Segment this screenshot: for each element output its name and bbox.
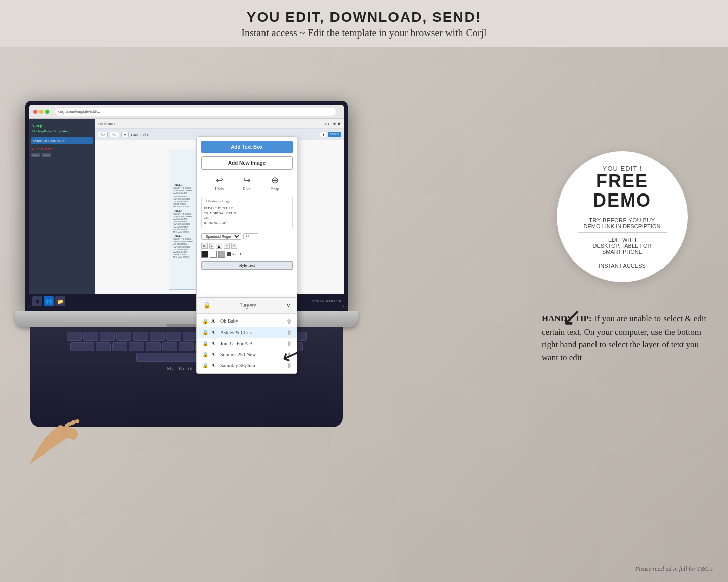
text-style-row: B I U ≡ ≡ <box>197 242 297 250</box>
layer-name-join-us: Join Us For A B <box>220 341 284 346</box>
laptop-base <box>15 311 358 327</box>
toolbar-nav-prev[interactable]: ◀ <box>333 122 335 126</box>
banner-subline: Instant access ~ Edit the template in yo… <box>10 27 718 39</box>
toolbar-nav-next[interactable]: ▶ <box>338 122 341 126</box>
taskbar-date: 6/18/2019 <box>326 299 341 303</box>
align-left-btn[interactable]: ≡ <box>224 243 230 249</box>
layers-header: 🔒 Layers ∨ <box>197 298 297 314</box>
layer-item-join-us[interactable]: 🔒 A Join Us For A B 🗑 <box>197 338 297 349</box>
demo-try-text: TRY BEFORE YOU BUY <box>589 217 655 223</box>
layer-item-oh-baby[interactable]: 🔒 A Oh Baby 🗑 <box>197 316 297 327</box>
color-swatch-gray[interactable] <box>218 251 225 258</box>
corjl-sidebar: Corjl NockapParty Templates Order ID: 15… <box>29 119 95 308</box>
demo-edit-with-text: EDIT WITH <box>608 237 636 243</box>
undo-icon-item[interactable]: ↩ Undo <box>215 175 224 191</box>
demo-smart-text: SMART PHONE <box>602 249 642 255</box>
key <box>150 332 165 341</box>
toolbar-page: 1/1 <box>325 122 329 126</box>
status-incomplete: ⊗ INCOMPLETE <box>31 147 93 151</box>
layer-delete-icon-2[interactable]: 🗑 <box>287 330 292 335</box>
layer-name-supinos: Supinos 250 New <box>220 352 284 357</box>
layer-item-ashley-chris[interactable]: 🔒 A Ashley & Chris 🗑 <box>197 327 297 338</box>
key <box>129 342 144 351</box>
sidebar-nav: Order ID: 1509758194 ⊗ INCOMPLETE Action… <box>31 137 93 157</box>
layer-lock-icon-2: 🔒 <box>202 330 208 335</box>
browser-chrome: corjl.com/template/edit/... <box>29 105 344 119</box>
color-swatch-white[interactable] <box>210 251 217 258</box>
demo-link-text: DEMO LINK IN DESCRIPTION <box>584 223 661 229</box>
laptop-container: corjl.com/template/edit/... Corjl Nockap… <box>15 101 358 494</box>
bold-btn[interactable]: B <box>201 243 208 249</box>
key <box>146 342 161 351</box>
demo-instant-text: INSTANT ACCESS <box>599 263 646 269</box>
font-controls: Spantand Regue 11 <box>197 231 297 242</box>
taskbar-time: 7:29 PM <box>312 299 324 303</box>
key <box>183 332 198 341</box>
taskbar-start[interactable]: ⊞ <box>32 296 42 306</box>
undo-icon: ↩ <box>215 175 224 186</box>
color-row: ⬛ Az 11 <box>197 250 297 259</box>
key <box>112 342 127 351</box>
redo-icon-item[interactable]: ↪ Redo <box>243 175 251 191</box>
handy-tip-text: HANDY TIP: If you are unable to select &… <box>542 312 713 364</box>
notification-area: 7:29 PM 6/18/2019 <box>312 299 341 303</box>
layers-chevron-icon: ∨ <box>286 302 291 309</box>
demo-divider-1 <box>578 214 667 214</box>
underline-btn[interactable]: U <box>216 243 222 249</box>
layer-name-ashley-chris: Ashley & Chris <box>220 330 284 335</box>
sidebar-action-2[interactable]: Action <box>42 153 51 157</box>
bottom-note: Please read ad in full for T&C's <box>635 565 713 573</box>
layer-type-a-3: A <box>211 341 217 346</box>
browser-minimize-dot <box>39 110 43 114</box>
color-swatch-dark[interactable] <box>201 251 208 258</box>
text-preview-area[interactable]: ☐ Resize as Image PLEASE JOIN US FOR A B… <box>201 197 293 228</box>
redo-icon: ↪ <box>243 175 251 186</box>
key <box>100 332 115 341</box>
sidebar-actions: Action Action <box>31 153 93 157</box>
align-center-btn[interactable]: ≡ <box>231 243 237 249</box>
taskbar-files[interactable]: 📁 <box>55 296 65 306</box>
sidebar-action-1[interactable]: Action <box>31 153 40 157</box>
handy-tip-label: HANDY TIP: <box>542 314 592 324</box>
layer-type-a-5: A <box>211 363 217 368</box>
resize-as-image-checkbox: ☐ Resize as Image <box>204 199 290 204</box>
layer-type-a-4: A <box>211 352 217 357</box>
content-area: corjl.com/template/edit/... Corjl Nockap… <box>0 50 728 582</box>
corjl-logo: Corjl NockapParty Templates <box>31 122 93 134</box>
corjl-logo-text: Corjl <box>32 123 43 128</box>
font-size-display: 11 <box>240 252 243 256</box>
demo-demo-text: DEMO <box>593 190 651 211</box>
sidebar-nav-orders[interactable]: Order ID: 1509758194 <box>31 137 93 144</box>
style-text-btn[interactable]: Style Text <box>201 261 293 270</box>
key <box>166 332 181 341</box>
browser-close-dot <box>33 110 37 114</box>
layer-type-a: A <box>211 318 217 324</box>
key <box>67 332 82 341</box>
demo-free-text: FREE <box>596 172 648 190</box>
toolbar-file[interactable]: best friend 4 <box>98 122 115 126</box>
corjl-tagline: NockapParty Templates <box>32 129 92 133</box>
snap-icon-item[interactable]: ⊕ Snap <box>271 175 279 191</box>
color-hex-value: ⬛ Az <box>227 252 236 256</box>
demo-divider-3 <box>578 258 667 258</box>
browser-maximize-dot <box>45 110 49 114</box>
layer-lock-icon-4: 🔒 <box>202 352 208 357</box>
key <box>83 332 98 341</box>
layer-lock-icon-3: 🔒 <box>202 341 208 346</box>
italic-btn[interactable]: I <box>209 243 214 249</box>
font-family-select[interactable]: Spantand Regue <box>201 233 241 240</box>
layer-delete-icon[interactable]: 🗑 <box>287 318 292 324</box>
snap-label: Snap <box>271 187 279 191</box>
add-new-image-button[interactable]: Add New Image <box>201 156 293 170</box>
font-size-input[interactable]: 11 <box>243 233 258 239</box>
layer-lock-icon-5: 🔒 <box>202 363 208 368</box>
snap-icon: ⊕ <box>271 175 279 186</box>
browser-url: corjl.com/template/edit/... <box>55 108 336 116</box>
demo-divider-2 <box>578 232 667 233</box>
free-demo-circle: YOU EDIT ! FREE DEMO TRY BEFORE YOU BUY … <box>557 151 688 282</box>
key <box>179 342 194 351</box>
corjl-top-toolbar: best friend 4 1/1 ◀ ▶ <box>95 119 344 129</box>
add-text-box-button[interactable]: Add Text Box <box>201 141 293 153</box>
layer-name-saturday: Saturday SEptem <box>220 363 284 368</box>
taskbar-browser[interactable]: 🌐 <box>44 296 54 306</box>
